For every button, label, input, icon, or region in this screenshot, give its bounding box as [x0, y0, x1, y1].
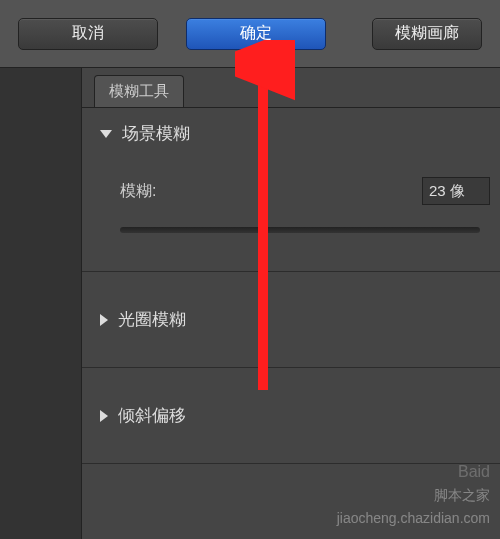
- blur-amount-slider[interactable]: [120, 227, 480, 233]
- blur-amount-value[interactable]: 23 像: [422, 177, 490, 205]
- cancel-button[interactable]: 取消: [18, 18, 158, 50]
- iris-blur-header[interactable]: 光圈模糊: [82, 272, 500, 367]
- tilt-shift-title: 倾斜偏移: [118, 404, 186, 427]
- canvas-area[interactable]: [0, 68, 82, 539]
- field-blur-header[interactable]: 场景模糊: [82, 108, 500, 159]
- workspace: 模糊工具 场景模糊 模糊: 23 像 光圈模糊: [0, 68, 500, 539]
- blur-amount-row: 模糊: 23 像: [120, 177, 490, 205]
- field-blur-body: 模糊: 23 像: [82, 159, 500, 271]
- section-field-blur: 场景模糊 模糊: 23 像: [82, 108, 500, 272]
- tab-blur-tools[interactable]: 模糊工具: [94, 75, 184, 107]
- tilt-shift-header[interactable]: 倾斜偏移: [82, 368, 500, 463]
- section-iris-blur: 光圈模糊: [82, 272, 500, 368]
- iris-blur-title: 光圈模糊: [118, 308, 186, 331]
- top-toolbar: 取消 确定 模糊画廊: [0, 0, 500, 68]
- blur-amount-label: 模糊:: [120, 181, 412, 202]
- blur-gallery-button[interactable]: 模糊画廊: [372, 18, 482, 50]
- field-blur-title: 场景模糊: [122, 122, 190, 145]
- chevron-down-icon: [100, 130, 112, 138]
- panel-tabs: 模糊工具: [82, 68, 500, 108]
- blur-tools-panel: 模糊工具 场景模糊 模糊: 23 像 光圈模糊: [82, 68, 500, 539]
- chevron-right-icon: [100, 410, 108, 422]
- chevron-right-icon: [100, 314, 108, 326]
- confirm-button[interactable]: 确定: [186, 18, 326, 50]
- section-tilt-shift: 倾斜偏移: [82, 368, 500, 464]
